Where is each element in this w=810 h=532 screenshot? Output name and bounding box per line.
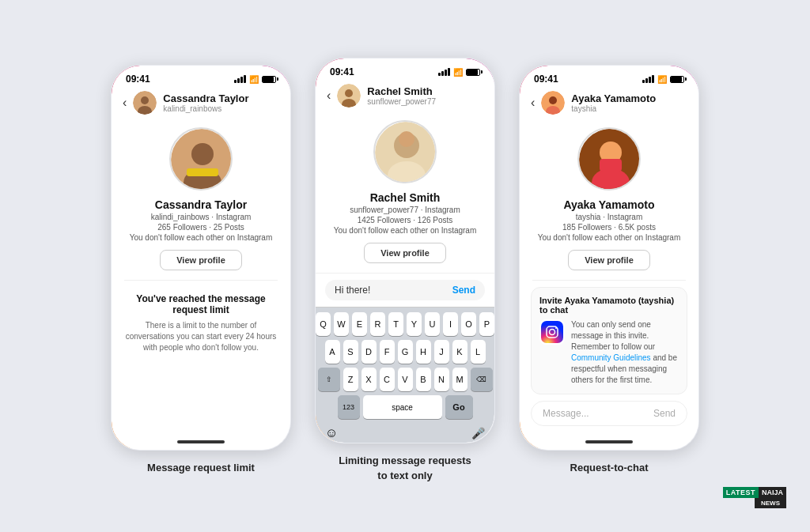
- home-indicator-1: [177, 440, 225, 443]
- svg-point-25: [555, 327, 557, 329]
- key-num[interactable]: 123: [338, 395, 360, 419]
- phone-1: 09:41 📶: [110, 64, 292, 451]
- key-z[interactable]: Z: [343, 368, 358, 391]
- key-t[interactable]: T: [388, 312, 403, 336]
- key-p[interactable]: P: [479, 312, 494, 336]
- svg-point-1: [141, 96, 149, 104]
- key-r[interactable]: R: [370, 312, 385, 336]
- nav-name-2: Rachel Smith: [367, 85, 483, 97]
- nav-avatar-3: [541, 91, 565, 115]
- nav-text-2: Rachel Smith sunflower_power77: [367, 85, 483, 106]
- back-button-3[interactable]: ‹: [531, 96, 535, 110]
- key-x[interactable]: X: [361, 368, 377, 391]
- profile-avatar-2: [373, 120, 437, 183]
- follow-status-1: You don't follow each other on Instagram: [130, 233, 273, 242]
- key-s[interactable]: S: [343, 340, 358, 364]
- status-time-2: 09:41: [330, 66, 354, 77]
- key-c[interactable]: C: [380, 368, 395, 391]
- phone-2-inner: 09:41 📶: [316, 58, 494, 443]
- phone-wrapper-3: 09:41 📶: [518, 64, 700, 475]
- status-bar-3: 09:41 📶: [520, 66, 698, 88]
- battery-icon-2: [466, 69, 480, 76]
- key-y[interactable]: Y: [407, 312, 422, 336]
- key-k[interactable]: K: [452, 340, 467, 364]
- follow-status-3: You don't follow each other on Instagram: [538, 233, 681, 242]
- key-go[interactable]: Go: [445, 395, 473, 419]
- status-icons-2: 📶: [438, 68, 480, 77]
- back-button-2[interactable]: ‹: [327, 89, 331, 103]
- status-icons-3: 📶: [642, 75, 684, 84]
- key-delete[interactable]: ⌫: [471, 368, 493, 391]
- phone-wrapper-1: 09:41 📶: [110, 64, 292, 475]
- view-profile-btn-1[interactable]: View profile: [160, 250, 242, 270]
- key-shift[interactable]: ⇧: [318, 368, 340, 391]
- status-bar-2: 09:41 📶: [316, 58, 494, 81]
- limit-section: You've reached the message request limit…: [112, 281, 290, 366]
- profile-meta-1: kalindi_rainbows · Instagram: [151, 213, 252, 221]
- profile-stats-3: 185 Followers · 6.5K posts: [562, 223, 656, 232]
- community-guidelines-link[interactable]: Community Guidelines: [571, 353, 651, 362]
- nav-handle-1: kalindi_rainbows: [163, 104, 279, 113]
- key-e[interactable]: E: [352, 312, 367, 336]
- profile-name-3: Ayaka Yamamoto: [563, 198, 654, 211]
- key-u[interactable]: U: [425, 312, 440, 336]
- key-a[interactable]: A: [325, 340, 340, 364]
- key-l[interactable]: L: [471, 340, 486, 364]
- profile-section-1: Cassandra Taylor kalindi_rainbows · Inst…: [112, 119, 290, 280]
- back-button-1[interactable]: ‹: [123, 96, 127, 110]
- signal-bars-2: [438, 68, 450, 76]
- signal-bars-1: [234, 75, 246, 83]
- key-o[interactable]: O: [461, 312, 476, 336]
- view-profile-btn-2[interactable]: View profile: [364, 243, 446, 263]
- key-m[interactable]: M: [452, 368, 467, 391]
- message-input-area: Hi there! Send: [316, 273, 494, 307]
- key-d[interactable]: D: [361, 340, 377, 364]
- key-j[interactable]: J: [434, 340, 449, 364]
- profile-meta-2: sunflower_power77 · Instagram: [350, 206, 460, 214]
- key-g[interactable]: G: [398, 340, 413, 364]
- key-n[interactable]: N: [434, 368, 449, 391]
- phone-wrapper-2: 09:41 📶: [314, 57, 496, 482]
- keyboard-row-4: 123 space Go: [319, 395, 491, 419]
- status-time-3: 09:41: [534, 74, 558, 85]
- view-profile-btn-3[interactable]: View profile: [568, 250, 650, 270]
- status-icons-1: 📶: [234, 75, 276, 84]
- keyboard-row-3: ⇧ Z X C V B N M ⌫: [319, 368, 491, 391]
- status-bar-1: 09:41 📶: [112, 66, 290, 88]
- watermark-naija: NAIJA: [759, 487, 786, 498]
- key-w[interactable]: W: [334, 312, 349, 336]
- key-v[interactable]: V: [398, 368, 413, 391]
- keyboard-row-1: Q W E R T Y U I O P: [319, 312, 491, 336]
- key-i[interactable]: I: [443, 312, 458, 336]
- invite-title: Invite Ayaka Yamamoto (tayshia) to chat: [539, 296, 679, 315]
- key-f[interactable]: F: [380, 340, 395, 364]
- phone-label-2: Limiting message requests to text only: [339, 454, 471, 482]
- invite-text: You can only send one message in this in…: [571, 319, 679, 386]
- message-input-field[interactable]: Hi there! Send: [325, 280, 485, 300]
- svg-point-4: [191, 143, 214, 165]
- wifi-icon-3: 📶: [657, 75, 667, 84]
- phone-label-3: Request-to-chat: [570, 461, 649, 475]
- nav-handle-2: sunflower_power77: [367, 97, 483, 106]
- profile-section-3: Ayaka Yamamoto tayshia · Instagram 185 F…: [520, 119, 698, 280]
- emoji-key[interactable]: ☺: [325, 426, 338, 440]
- nav-text-1: Cassandra Taylor kalindi_rainbows: [163, 92, 279, 113]
- message-bar-3[interactable]: Message... Send: [531, 401, 687, 426]
- send-label-3[interactable]: Send: [653, 408, 676, 419]
- svg-point-8: [345, 89, 353, 97]
- keyboard: Q W E R T Y U I O P A: [316, 307, 494, 443]
- svg-point-13: [399, 131, 414, 147]
- wifi-icon-1: 📶: [249, 75, 259, 84]
- mic-key[interactable]: 🎤: [471, 427, 485, 440]
- nav-bar-3: ‹ Ayaka Yamamoto tayshia: [520, 88, 698, 119]
- key-b[interactable]: B: [416, 368, 431, 391]
- svg-rect-22: [541, 321, 563, 343]
- send-button-2[interactable]: Send: [452, 285, 475, 296]
- key-space[interactable]: space: [363, 395, 442, 419]
- key-h[interactable]: H: [416, 340, 431, 364]
- status-time-1: 09:41: [126, 74, 150, 85]
- nav-text-3: Ayaka Yamamoto tayshia: [571, 92, 687, 113]
- key-q[interactable]: Q: [316, 312, 331, 336]
- home-indicator-3: [585, 440, 633, 443]
- message-input-text: Hi there!: [335, 285, 370, 296]
